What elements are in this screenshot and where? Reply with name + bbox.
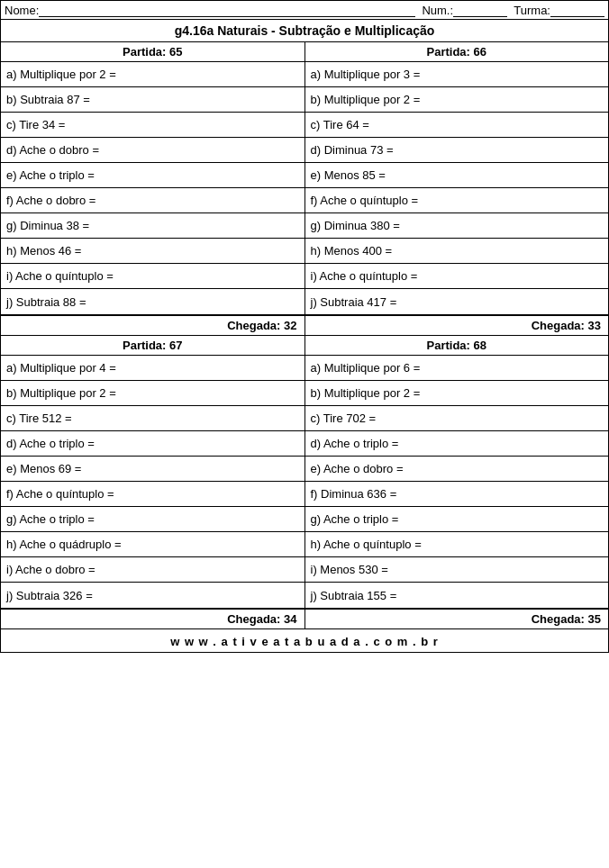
chegada-left-1: Chegada: 32	[1, 316, 305, 335]
question-row: e) Menos 69 =	[1, 457, 304, 482]
question-row: h) Menos 400 =	[305, 239, 609, 264]
section-pair-1: Partida: 65 a) Multiplique por 2 = b) Su…	[1, 42, 608, 316]
question-row: a) Multiplique por 3 =	[305, 62, 609, 87]
question-row: h) Menos 46 =	[1, 239, 304, 264]
footer: w w w . a t i v e a t a b u a d a . c o …	[1, 629, 608, 652]
question-row: f) Ache o dobro =	[1, 188, 304, 213]
question-row: f) Diminua 636 =	[305, 482, 609, 507]
question-row: c) Tire 64 =	[305, 113, 609, 138]
question-row: b) Multiplique por 2 =	[305, 87, 609, 113]
chegada-pair-2: Chegada: 34 Chegada: 35	[1, 610, 608, 629]
section-pair-2: Partida: 67 a) Multiplique por 4 = b) Mu…	[1, 336, 608, 610]
question-row: i) Menos 530 =	[305, 557, 609, 583]
chegada-right-1: Chegada: 33	[305, 316, 609, 335]
nome-underline	[39, 3, 415, 17]
section-header-right-2: Partida: 68	[305, 336, 609, 356]
header-row: Nome: Num.: Turma:	[1, 1, 608, 20]
question-row: e) Ache o triplo =	[1, 163, 304, 188]
question-row: f) Ache o quíntuplo =	[1, 482, 304, 507]
question-row: e) Menos 85 =	[305, 163, 609, 188]
question-row: i) Ache o quíntuplo =	[305, 264, 609, 289]
question-row: d) Ache o triplo =	[305, 431, 609, 457]
section-right-1: Partida: 66 a) Multiplique por 3 = b) Mu…	[305, 42, 609, 314]
question-row: d) Ache o dobro =	[1, 138, 304, 163]
question-row: g) Ache o triplo =	[305, 507, 609, 532]
question-row: d) Ache o triplo =	[1, 431, 304, 457]
question-row: g) Diminua 380 =	[305, 213, 609, 239]
question-row: j) Subtraia 417 =	[305, 289, 609, 314]
section-right-2: Partida: 68 a) Multiplique por 6 = b) Mu…	[305, 336, 609, 608]
question-row: h) Ache o quíntuplo =	[305, 532, 609, 557]
section-left-2: Partida: 67 a) Multiplique por 4 = b) Mu…	[1, 336, 305, 608]
nome-label: Nome:	[5, 4, 39, 17]
section-header-left-1: Partida: 65	[1, 42, 304, 62]
chegada-right-2: Chegada: 35	[305, 610, 609, 628]
question-row: a) Multiplique por 2 =	[1, 62, 304, 87]
question-row: b) Multiplique por 2 =	[305, 381, 609, 406]
section-header-left-2: Partida: 67	[1, 336, 304, 356]
question-row: a) Multiplique por 4 =	[1, 356, 304, 381]
question-row: g) Ache o triplo =	[1, 507, 304, 532]
question-row: e) Ache o dobro =	[305, 457, 609, 482]
num-label: Num.:	[422, 4, 453, 17]
question-row: h) Ache o quádruplo =	[1, 532, 304, 557]
question-row: c) Tire 512 =	[1, 406, 304, 431]
question-row: f) Ache o quíntuplo =	[305, 188, 609, 213]
question-row: g) Diminua 38 =	[1, 213, 304, 239]
question-row: j) Subtraia 88 =	[1, 289, 304, 314]
question-row: b) Multiplique por 2 =	[1, 381, 304, 406]
question-row: c) Tire 702 =	[305, 406, 609, 431]
question-row: j) Subtraia 326 =	[1, 583, 304, 608]
section-header-right-1: Partida: 66	[305, 42, 609, 62]
page: Nome: Num.: Turma: g4.16a Naturais - Sub…	[0, 0, 609, 653]
chegada-left-2: Chegada: 34	[1, 610, 305, 628]
question-row: a) Multiplique por 6 =	[305, 356, 609, 381]
section-left-1: Partida: 65 a) Multiplique por 2 = b) Su…	[1, 42, 305, 314]
turma-label: Turma:	[514, 4, 550, 17]
question-row: j) Subtraia 155 =	[305, 583, 609, 608]
chegada-pair-1: Chegada: 32 Chegada: 33	[1, 316, 608, 336]
title: g4.16a Naturais - Subtração e Multiplica…	[1, 20, 608, 42]
question-row: b) Subtraia 87 =	[1, 87, 304, 113]
question-row: c) Tire 34 =	[1, 113, 304, 138]
question-row: d) Diminua 73 =	[305, 138, 609, 163]
question-row: i) Ache o dobro =	[1, 557, 304, 583]
question-row: i) Ache o quíntuplo =	[1, 264, 304, 289]
sections-wrapper: Partida: 65 a) Multiplique por 2 = b) Su…	[1, 42, 608, 629]
